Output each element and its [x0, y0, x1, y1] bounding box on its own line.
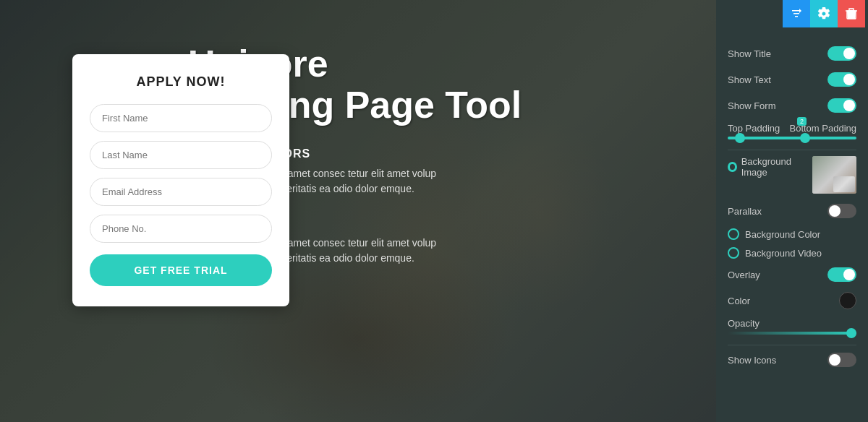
right-panel: Show Title Show Text Show Form Top Paddi… [716, 27, 868, 422]
settings-button[interactable] [810, 0, 838, 27]
toolbar [716, 0, 868, 27]
parallax-row: Parallax [728, 202, 856, 220]
top-padding-thumb[interactable] [735, 133, 745, 143]
last-name-input[interactable] [90, 141, 272, 169]
parallax-label: Parallax [728, 206, 762, 217]
show-form-toggle[interactable] [827, 98, 856, 113]
bg-image-label: Background Image [741, 156, 807, 178]
show-title-row: Show Title [728, 45, 856, 62]
bottom-padding-badge: 2 [797, 117, 807, 126]
bg-image-thumbnail[interactable] [812, 156, 856, 194]
color-swatch[interactable] [839, 292, 856, 309]
bg-video-row: Background Video [728, 247, 856, 259]
show-text-label: Show Text [728, 74, 771, 85]
top-padding-label: Top Padding [728, 123, 780, 134]
bg-color-label: Background Color [745, 229, 820, 240]
sort-button[interactable] [783, 0, 810, 27]
show-icons-label: Show Icons [728, 355, 776, 366]
color-row: Color [728, 292, 856, 309]
overlay-label: Overlay [728, 270, 760, 280]
color-label: Color [728, 296, 750, 306]
bg-video-label: Background Video [745, 248, 822, 259]
opacity-label: Opacity [728, 318, 760, 329]
divider1 [728, 150, 856, 150]
bg-image-row: Background Image [728, 156, 856, 194]
delete-button[interactable] [838, 0, 865, 27]
bg-color-radio[interactable] [728, 228, 739, 240]
bg-color-row: Background Color [728, 228, 856, 240]
padding-labels: Top Padding Bottom Padding [728, 123, 856, 134]
bottom-padding-thumb[interactable]: 2 [800, 133, 810, 143]
show-text-row: Show Text [728, 71, 856, 88]
phone-input[interactable] [90, 215, 272, 243]
sort-icon [790, 7, 803, 20]
show-title-toggle[interactable] [827, 46, 856, 61]
opacity-slider-track[interactable] [728, 332, 856, 335]
hero-section: APPLY NOW! GET FREE TRIAL Unicore Landin… [0, 0, 716, 422]
bg-image-radio[interactable] [728, 162, 737, 172]
opacity-thumb[interactable] [846, 328, 856, 338]
gear-icon [817, 7, 830, 20]
get-free-trial-button[interactable]: GET FREE TRIAL [90, 254, 272, 286]
email-input[interactable] [90, 178, 272, 206]
overlay-toggle[interactable] [827, 267, 856, 282]
trash-icon [845, 7, 858, 20]
first-name-input[interactable] [90, 104, 272, 132]
show-form-row: Show Form [728, 97, 856, 114]
padding-row: Top Padding Bottom Padding 2 [728, 123, 856, 139]
opacity-row: Opacity [728, 318, 856, 335]
bg-image-label-group: Background Image [728, 156, 807, 178]
padding-slider-track[interactable]: 2 [728, 137, 856, 139]
show-text-toggle[interactable] [827, 72, 856, 87]
bg-video-radio[interactable] [728, 247, 739, 259]
form-card: APPLY NOW! GET FREE TRIAL [72, 54, 289, 306]
divider2 [728, 345, 856, 345]
show-title-label: Show Title [728, 48, 771, 59]
overlay-row: Overlay [728, 266, 856, 283]
form-title: APPLY NOW! [90, 74, 272, 90]
app-wrapper: APPLY NOW! GET FREE TRIAL Unicore Landin… [0, 0, 868, 422]
show-icons-toggle[interactable] [827, 353, 856, 367]
panel-body: Show Title Show Text Show Form Top Paddi… [728, 45, 856, 369]
show-form-label: Show Form [728, 100, 775, 111]
parallax-toggle[interactable] [827, 204, 856, 218]
show-icons-row: Show Icons [728, 351, 856, 369]
